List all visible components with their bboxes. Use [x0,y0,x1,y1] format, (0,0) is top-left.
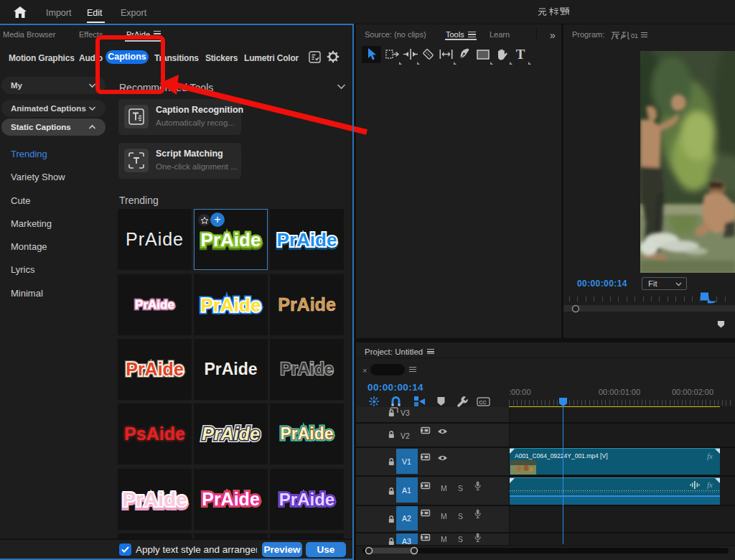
svg-text:CC: CC [479,399,487,406]
svg-text:01: 01 [631,32,638,39]
